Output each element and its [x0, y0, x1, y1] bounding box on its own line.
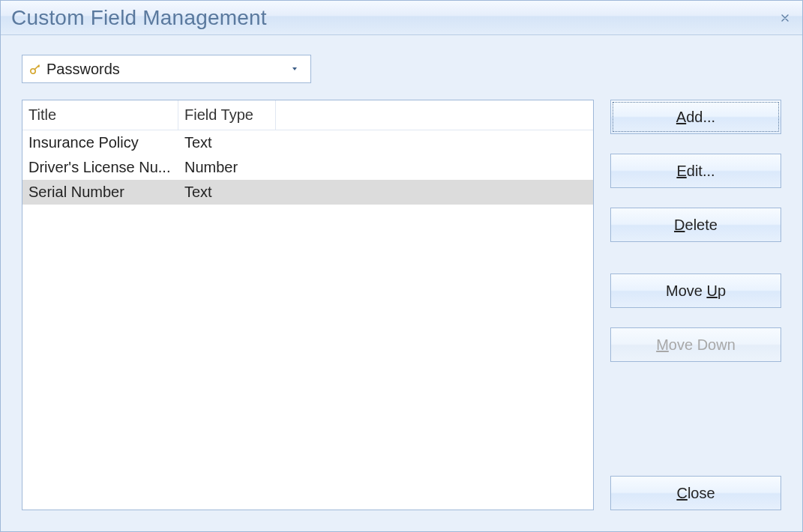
close-icon[interactable] — [777, 10, 793, 26]
edit-button[interactable]: Edit... — [610, 154, 781, 188]
window-title: Custom Field Management — [11, 6, 267, 30]
table-row[interactable]: Driver's License Nu... Number — [22, 155, 593, 180]
spacer — [610, 381, 781, 456]
add-button[interactable]: Add... — [610, 100, 781, 134]
button-label: Delete — [674, 217, 718, 234]
button-label: Close — [676, 485, 715, 502]
move-down-button: Move Down — [610, 327, 781, 362]
dialog-window: Custom Field Management Passwords Title … — [0, 0, 803, 532]
category-dropdown-label: Passwords — [46, 61, 120, 78]
button-label: Edit... — [676, 163, 715, 180]
cell-title: Insurance Policy — [22, 130, 178, 155]
titlebar: Custom Field Management — [1, 1, 802, 35]
category-dropdown[interactable]: Passwords — [22, 55, 311, 83]
fields-table[interactable]: Title Field Type Insurance Policy Text D… — [22, 100, 594, 510]
button-label: Add... — [676, 109, 715, 126]
button-label: Move Down — [656, 336, 736, 354]
table-header: Title Field Type — [22, 100, 593, 130]
button-column: Add... Edit... Delete Move Up Move Down … — [610, 100, 781, 510]
cell-type: Text — [178, 180, 298, 205]
cell-type: Text — [178, 130, 276, 155]
table-row[interactable]: Insurance Policy Text — [22, 130, 593, 155]
close-button[interactable]: Close — [610, 476, 781, 510]
table-body: Insurance Policy Text Driver's License N… — [22, 130, 593, 510]
button-label: Move Up — [666, 282, 726, 300]
table-row[interactable]: Serial Number Text — [22, 180, 593, 205]
delete-button[interactable]: Delete — [610, 208, 781, 242]
main-row: Title Field Type Insurance Policy Text D… — [22, 100, 781, 510]
column-header-spacer — [276, 100, 593, 130]
key-icon — [28, 62, 42, 76]
column-header-field-type[interactable]: Field Type — [178, 100, 276, 130]
cell-title: Serial Number — [22, 180, 178, 205]
move-up-button[interactable]: Move Up — [610, 273, 781, 308]
chevron-down-icon — [292, 67, 297, 70]
dialog-content: Passwords Title Field Type Insurance Pol… — [1, 35, 802, 531]
cell-type: Number — [178, 155, 276, 180]
cell-title: Driver's License Nu... — [22, 155, 178, 180]
column-header-title[interactable]: Title — [22, 100, 178, 130]
